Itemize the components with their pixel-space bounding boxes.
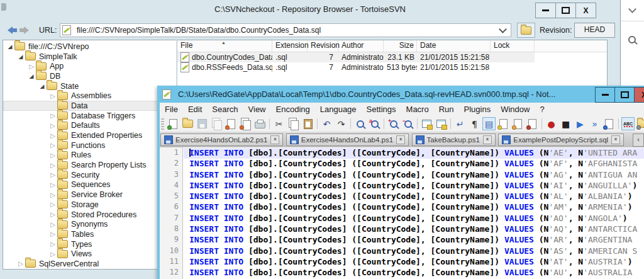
menu-item[interactable]: Run — [434, 103, 459, 116]
tree-item[interactable]: ◢ DB — [3, 71, 176, 81]
new-file-icon[interactable] — [167, 117, 180, 130]
maximize-button[interactable] — [555, 3, 576, 18]
function-list-icon[interactable] — [526, 117, 539, 130]
tab-close-icon[interactable]: x — [611, 135, 620, 144]
menu-item[interactable]: Language — [315, 103, 362, 116]
tree-expander-collapsed-icon[interactable]: ▷ — [48, 171, 57, 178]
column-header[interactable]: Date — [417, 40, 491, 52]
sync-vertical-scrolling-icon[interactable] — [420, 117, 433, 130]
menu-item[interactable]: ? — [535, 103, 549, 116]
tree-expander-collapsed-icon[interactable]: ▷ — [27, 63, 36, 70]
tree-item[interactable]: Data — [3, 101, 176, 111]
tree-expander-collapsed-icon[interactable]: ▷ — [48, 231, 57, 237]
show-all-characters-icon[interactable]: ¶ — [468, 117, 481, 130]
editor-line[interactable]: INSERT INTO [dbo].[CountryCodes] ([Count… — [184, 235, 644, 246]
column-header[interactable]: Extension — [272, 40, 308, 52]
tree-item[interactable]: ▷ Database Triggers — [3, 111, 176, 121]
menu-item[interactable]: Macro — [401, 103, 434, 116]
close-icon[interactable] — [225, 117, 238, 130]
menu-item[interactable]: Window — [496, 103, 535, 116]
toolbar-gripper[interactable] — [161, 118, 164, 130]
document-tab[interactable]: TakeBackup.ps1 x — [412, 134, 496, 146]
macro-record-icon[interactable]: ● — [545, 117, 558, 130]
column-header[interactable]: Lock — [491, 40, 535, 52]
tree-expander-collapsed-icon[interactable]: ▷ — [48, 251, 57, 258]
editor-line[interactable]: INSERT INTO [dbo].[CountryCodes] ([Count… — [184, 224, 644, 235]
spell-check-icon[interactable]: ABC — [621, 117, 635, 130]
tab-close-icon[interactable]: x — [396, 135, 405, 144]
print-icon[interactable] — [253, 117, 267, 130]
editor-line[interactable]: INSERT INTO [dbo].[CountryCodes] ([Count… — [184, 246, 644, 257]
editor-line[interactable]: INSERT INTO [dbo].[CountryCodes] ([Count… — [184, 202, 644, 213]
save-icon[interactable] — [196, 117, 209, 130]
editor-line[interactable]: INSERT INTO [dbo].[CountryCodes] ([Count… — [184, 159, 644, 169]
tree-expander-collapsed-icon[interactable]: ▷ — [48, 142, 57, 149]
column-header[interactable]: Revision — [308, 40, 338, 52]
back-button[interactable] — [2, 23, 18, 37]
tree-expander-collapsed-icon[interactable]: ▷ — [48, 201, 57, 208]
document-map-icon[interactable] — [511, 117, 525, 130]
tree-expander-collapsed-icon[interactable]: ▷ — [48, 181, 57, 188]
close-button[interactable]: X — [634, 87, 644, 103]
tree-item[interactable]: ▷ Defaults — [3, 121, 176, 131]
revision-head-button[interactable]: HEAD — [574, 23, 615, 38]
cut-icon[interactable]: ✂ — [272, 117, 286, 130]
menu-item[interactable]: File — [160, 103, 183, 116]
indent-guide-icon[interactable]: ▤ — [482, 117, 496, 130]
redo-icon[interactable]: ↷ — [335, 117, 348, 130]
word-wrap-icon[interactable]: ↵ — [453, 117, 467, 130]
document-tab[interactable]: Exercise4HandsOnLab4.ps1 x — [286, 134, 409, 146]
tree-expander-expanded-icon[interactable]: ◢ — [27, 73, 36, 79]
editor-line[interactable]: INSERT INTO [dbo].[CountryCodes] ([Count… — [184, 257, 644, 268]
editor-line[interactable]: INSERT INTO [dbo].[CountryCodes] ([Count… — [184, 191, 644, 202]
tree-expander-expanded-icon[interactable]: ◢ — [6, 43, 14, 50]
document-tab[interactable]: Exercise4HandsOnLab2.ps1 x — [160, 134, 283, 146]
macro-run-multiple-icon[interactable]: » — [588, 117, 601, 130]
tree-item[interactable]: ◢ State — [3, 81, 176, 91]
tree-expander-collapsed-icon[interactable]: ▷ — [48, 162, 57, 169]
menu-item[interactable]: Search — [207, 103, 243, 116]
tree-expander-collapsed-icon[interactable]: ▷ — [48, 241, 57, 248]
replace-icon[interactable]: a — [368, 117, 381, 130]
tree-expander-expanded-icon[interactable]: ◢ — [16, 54, 25, 60]
file-row[interactable]: dbo.CountryCodes_Data.sql .sql 7 Adminis… — [177, 52, 535, 62]
dropdown-chevron-icon[interactable] — [499, 25, 507, 33]
tab-close-icon[interactable]: x — [270, 135, 279, 144]
tree-expander-collapsed-icon[interactable]: ▷ — [48, 211, 57, 218]
find-icon[interactable] — [353, 117, 367, 130]
undo-icon[interactable]: ↶ — [320, 117, 333, 130]
file-row[interactable]: dbo.RSSFeeds_Data.sql .sql 7 Administrat… — [177, 62, 607, 72]
tree-item[interactable]: ▷ Functions — [3, 140, 176, 151]
tree-item[interactable]: ▷ Tables — [3, 229, 176, 239]
tree-expander-collapsed-icon[interactable]: ▷ — [16, 260, 25, 267]
zoom-in-icon[interactable]: + — [387, 117, 400, 130]
tree-expander-expanded-icon[interactable]: ◢ — [38, 83, 47, 89]
tree-item[interactable]: ▷ Rules — [3, 151, 176, 161]
text-area[interactable]: INSERT INTO [dbo].[CountryCodes] ([Count… — [184, 147, 644, 279]
macro-play-icon[interactable]: ▶ — [574, 117, 587, 130]
tree-item[interactable]: ◢ SimpleTalk — [3, 52, 176, 62]
editor[interactable]: 1 2 3 4 5 6 7 8 9 10 11 12 — [160, 147, 644, 279]
tree-expander-collapsed-icon[interactable]: ▷ — [48, 112, 57, 119]
tree-item[interactable]: ▷ Sequences — [3, 180, 176, 190]
editor-line[interactable]: INSERT INTO [dbo].[CountryCodes] ([Count… — [184, 214, 644, 224]
close-button[interactable]: X — [575, 3, 596, 18]
repository-folder-button[interactable] — [517, 23, 535, 38]
minimize-button[interactable] — [595, 87, 615, 103]
close-all-icon[interactable] — [239, 117, 252, 130]
maximize-button[interactable] — [614, 87, 635, 103]
document-tab[interactable]: ExamplePostDeployScript.sql x — [498, 134, 624, 146]
tree-expander-collapsed-icon[interactable]: ▷ — [48, 191, 57, 198]
open-file-icon[interactable] — [181, 117, 194, 130]
macro-stop-icon[interactable]: ■ — [559, 117, 572, 130]
column-header[interactable]: Author — [338, 40, 384, 52]
search-icon[interactable] — [628, 36, 636, 43]
macro-save-icon[interactable] — [602, 117, 616, 130]
tab-close-icon[interactable]: x — [483, 135, 492, 144]
tree-item[interactable]: ▷ Security — [3, 170, 176, 180]
paste-icon[interactable] — [301, 117, 314, 130]
editor-line[interactable]: INSERT INTO [dbo].[CountryCodes] ([Count… — [184, 148, 644, 159]
tree-item[interactable]: ▷ Search Property Lists — [3, 160, 176, 170]
zoom-out-icon[interactable]: − — [401, 117, 414, 130]
chevron-down-icon[interactable] — [628, 5, 636, 13]
